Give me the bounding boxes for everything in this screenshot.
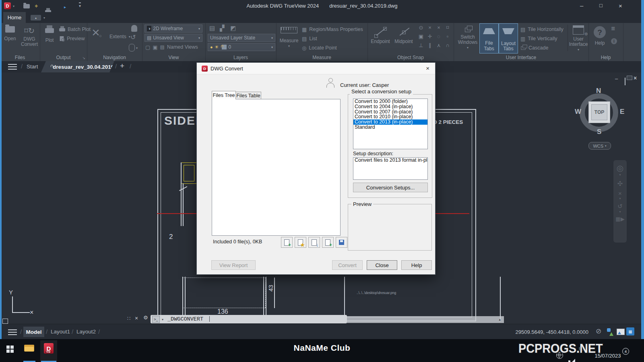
osnap-perpendicular-icon[interactable]: ⊥: [417, 42, 425, 51]
list-item[interactable]: Convert to 2004 (in-place): [353, 104, 427, 109]
new-tab-button[interactable]: +: [120, 62, 124, 70]
ribbon-collapse-button[interactable]: ▴: [31, 15, 41, 21]
list-item[interactable]: Convert to 2000 (folder): [353, 99, 427, 104]
user-interface-button[interactable]: ⚙ User Interface ▾: [569, 25, 588, 52]
batch-plot-button[interactable]: Batch Plot: [59, 25, 91, 33]
tab-model[interactable]: Model: [23, 327, 44, 337]
conversion-setup-list[interactable]: Convert to 2000 (folder) Convert to 2004…: [353, 99, 428, 149]
wcs-menu[interactable]: WCS▾: [588, 142, 611, 150]
dialog-title-bar[interactable]: D DWG Convert ×: [197, 63, 435, 74]
open-icon[interactable]: [23, 4, 30, 8]
layer-isolate-icon[interactable]: ◩: [230, 25, 236, 32]
tab-start[interactable]: Start: [27, 64, 38, 70]
zoom-extents-icon[interactable]: ×: [92, 25, 100, 39]
navbar-orbit-icon[interactable]: ↺: [613, 203, 627, 210]
tab-layout2[interactable]: Layout2: [76, 329, 96, 335]
add-file-button[interactable]: +: [281, 237, 293, 248]
tab-close-icon[interactable]: ×: [117, 64, 120, 70]
hardware-acceleration-icon[interactable]: ▦: [626, 327, 634, 335]
help-topics-icon[interactable]: ≣: [611, 25, 615, 31]
list-item[interactable]: Standard: [353, 125, 427, 130]
command-input[interactable]: >_ ▾ _DWGCONVERT: [151, 315, 347, 323]
close-button[interactable]: ×: [619, 2, 622, 9]
layer-state-select[interactable]: Unsaved Layer State ▾: [208, 34, 275, 42]
plot-setup-icon[interactable]: ⌖: [35, 2, 38, 10]
tab-files-tree[interactable]: Files Tree: [212, 91, 236, 99]
viewcube-west[interactable]: W: [575, 108, 581, 116]
open-list-button[interactable]: ↓: [308, 237, 320, 248]
help-dialog-button[interactable]: Help: [401, 260, 432, 270]
endpoint-button[interactable]: Endpoint: [369, 26, 392, 44]
tab-home[interactable]: Home: [3, 12, 26, 23]
osnap-quadrant-icon[interactable]: ✛: [425, 33, 434, 42]
volume-icon[interactable]: [568, 360, 570, 362]
measure-button[interactable]: Measure ▾: [279, 27, 299, 49]
file-tab-menu-icon[interactable]: [8, 64, 17, 70]
navigation-bar[interactable]: ◎ ▾ ✣ × ▾ ↺ ▾ ▦▶: [613, 160, 627, 243]
locate-point-button[interactable]: ◎ Locate Point: [302, 44, 337, 52]
minimize-button[interactable]: –: [580, 2, 583, 9]
viewcube-north[interactable]: N: [596, 87, 601, 95]
midpoint-button[interactable]: Midpoint: [392, 26, 415, 44]
named-views-button[interactable]: ▢ ▣ ▤ Named Views: [145, 43, 198, 51]
output-dialog-launcher-icon[interactable]: ↘: [82, 56, 85, 60]
switch-windows-button[interactable]: Switch Windows ▾: [456, 26, 479, 50]
layout-menu-icon[interactable]: [8, 329, 17, 335]
append-list-button[interactable]: +: [322, 237, 334, 248]
tab-files-table[interactable]: Files Table: [235, 92, 261, 99]
viewcube-south[interactable]: S: [597, 128, 601, 136]
image-frame-icon[interactable]: [617, 329, 625, 335]
view-report-button[interactable]: View Report: [211, 260, 256, 270]
osnap-parallel-icon[interactable]: ∥: [425, 42, 434, 51]
visual-style-select[interactable]: ◑ 2D Wireframe ▾: [144, 25, 202, 33]
osnap-center-icon[interactable]: ⊙: [417, 25, 425, 33]
osnap-tangent-icon[interactable]: ◌: [434, 33, 443, 42]
command-settings-icon[interactable]: ⚙: [143, 315, 148, 321]
app-menu-chevron-icon[interactable]: ▾: [13, 4, 14, 8]
navbar-pan-icon[interactable]: ✣: [613, 180, 627, 187]
tile-vertically-button[interactable]: ▥ Tile Vertically: [520, 35, 557, 43]
list-button[interactable]: ▤ List: [302, 35, 317, 43]
ribbon-collapse-chevron-icon[interactable]: ▾: [43, 16, 45, 20]
command-close-icon[interactable]: ×: [135, 315, 138, 321]
doc-minimize-icon[interactable]: –: [615, 76, 618, 82]
command-prompt-icon[interactable]: >_: [152, 316, 160, 323]
command-grip-icon[interactable]: ∷: [127, 315, 130, 321]
navbar-chevron-icon[interactable]: ▾: [613, 173, 627, 177]
orbit-icon[interactable]: ↺: [130, 33, 136, 41]
tab-document[interactable]: dresuar_rev_30.04.2019 ×: [41, 61, 114, 72]
doc-close-icon[interactable]: ×: [634, 75, 637, 81]
view-combo-select[interactable]: ▤ Unsaved View ▾: [144, 34, 202, 42]
extents-dropdown[interactable]: Extents ▾: [109, 33, 130, 41]
command-history-chevron-icon[interactable]: ▾: [162, 318, 163, 321]
navwheel-icon[interactable]: ◎: [613, 163, 627, 173]
osnap-insertion-icon[interactable]: ▣: [417, 33, 425, 42]
layout-tabs-button[interactable]: Layout Tabs: [499, 23, 518, 53]
osnap-apparent-intersection-icon[interactable]: ×: [434, 25, 443, 33]
layer-properties-icon[interactable]: ▤: [209, 25, 215, 32]
osnap-node-icon[interactable]: ▫: [443, 33, 452, 42]
qat-customize-icon[interactable]: ▾: [79, 2, 81, 8]
viewcube-face-top[interactable]: TOP: [588, 101, 610, 123]
close-dialog-button[interactable]: Close: [367, 260, 397, 270]
navbar-zoom-icon[interactable]: ×: [613, 190, 627, 197]
region-mass-button[interactable]: ▦ Region/Mass Properties: [302, 25, 363, 33]
dialog-close-icon[interactable]: ×: [426, 65, 429, 72]
conversion-setups-button[interactable]: Conversion Setups...: [353, 183, 428, 192]
app-logo-icon[interactable]: D: [4, 2, 11, 9]
help-button[interactable]: ? Help: [592, 26, 608, 46]
command-expand-icon[interactable]: ▴: [499, 317, 501, 321]
tile-horizontally-button[interactable]: ▤ Tile Horizontally: [520, 25, 564, 33]
navbar-chevron-icon[interactable]: ▾: [613, 197, 627, 200]
viewcube-east[interactable]: E: [620, 108, 624, 116]
save-list-button[interactable]: [336, 237, 347, 248]
maximize-button[interactable]: □: [599, 2, 603, 8]
info-icon[interactable]: i: [611, 38, 617, 44]
plot-button[interactable]: Plot: [41, 25, 58, 43]
navbar-showmotion-icon[interactable]: ▦▶: [613, 216, 627, 222]
convert-button[interactable]: Convert: [332, 260, 363, 270]
osnap-extension-icon[interactable]: ⌑: [443, 25, 452, 33]
pan-icon[interactable]: [131, 25, 137, 32]
preview-button[interactable]: Preview: [59, 35, 85, 43]
new-list-button[interactable]: ★: [295, 237, 306, 248]
